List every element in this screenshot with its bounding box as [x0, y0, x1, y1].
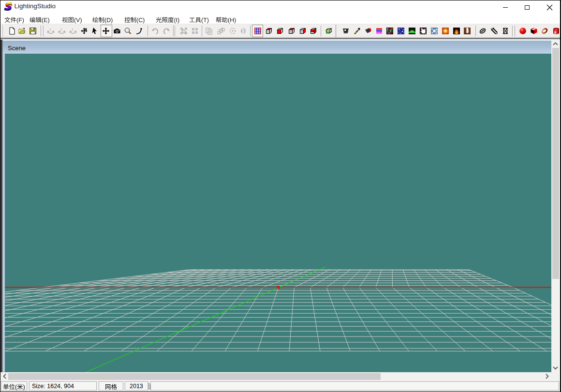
svg-text:x: x — [49, 27, 51, 31]
svg-text:y: y — [60, 27, 62, 31]
svg-text:z: z — [72, 27, 74, 31]
